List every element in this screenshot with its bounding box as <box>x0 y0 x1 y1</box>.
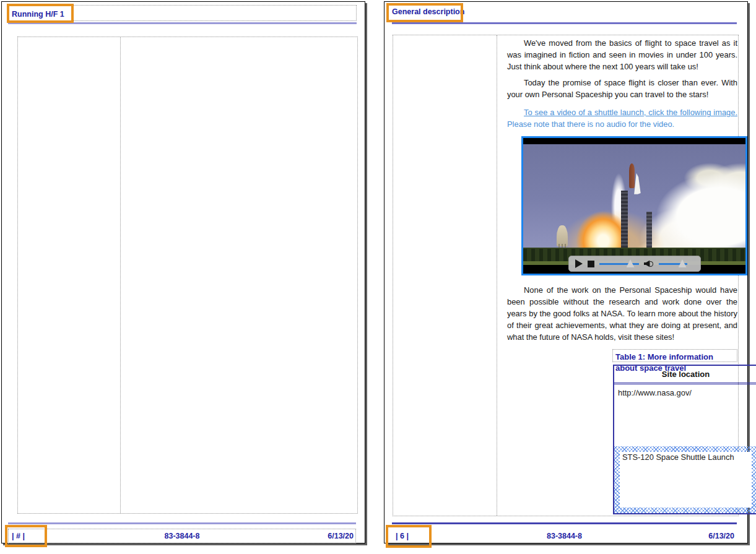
paragraph: Today the promise of space flight is clo… <box>507 77 737 100</box>
body-column: We've moved from the basics of flight to… <box>498 35 739 516</box>
launch-tower <box>621 191 628 248</box>
stop-icon[interactable] <box>588 261 594 267</box>
header-rule <box>392 22 737 24</box>
video-hyperlink-text[interactable]: To see a video of a shuttle launch, clic… <box>507 106 737 130</box>
info-table: Site location QR Code (Scan/go) http://w… <box>613 365 756 514</box>
header-highlight-box <box>386 3 463 22</box>
footer-date: 6/13/20 <box>708 532 734 540</box>
hyperlink-line1[interactable]: To see a video of a shuttle launch, clic… <box>524 108 737 117</box>
speaker-wave <box>650 261 653 267</box>
table-row-selected: STS-120 Space Shuttle Launch <box>614 446 756 513</box>
footer-row: | 6 | 83-3844-8 6/13/20 <box>392 529 737 543</box>
site-location-cell: STS-120 Space Shuttle Launch <box>620 452 752 508</box>
paragraph: We've moved from the basics of flight to… <box>507 37 737 72</box>
selection-hatch: STS-120 Space Shuttle Launch <box>614 446 756 513</box>
footer-row: | # | 83-3844-8 6/13/20 <box>8 529 356 543</box>
footer-date: 6/13/20 <box>328 532 354 540</box>
speaker-cone <box>644 261 650 267</box>
paragraph: None of the work on the Personal Spacesh… <box>507 284 737 343</box>
sidehead-column-divider <box>497 35 497 516</box>
master-text-frame[interactable] <box>17 37 358 514</box>
site-location-cell: http://www.nasa.gov/ <box>614 384 756 401</box>
launch-tower <box>646 212 652 248</box>
body-text-frame[interactable]: We've moved from the basics of flight to… <box>393 35 739 516</box>
hyperlink-line2: Please note that there is no audio for t… <box>507 119 674 129</box>
body-page: General description We've moved from the… <box>384 1 748 543</box>
table-row: http://www.nasa.gov/ <box>614 384 756 446</box>
volume-slider[interactable] <box>659 260 687 267</box>
play-icon[interactable] <box>575 259 583 268</box>
footer-highlight-box <box>386 525 432 548</box>
footer-rule <box>8 522 356 524</box>
seek-slider[interactable] <box>599 260 639 267</box>
master-page: Running H/F 1 | # | 83-3844-8 6/13/20 <box>1 1 365 543</box>
shuttle-launch-photo <box>523 144 745 265</box>
footer-highlight-box <box>5 525 47 547</box>
document-number: 83-3844-8 <box>8 532 356 540</box>
water-tower <box>557 225 568 246</box>
video-control-bar[interactable] <box>568 256 701 272</box>
shuttle-external-tank <box>629 163 635 188</box>
footer-rule <box>392 522 737 524</box>
speaker-icon[interactable] <box>644 260 654 268</box>
document-number: 83-3844-8 <box>392 532 737 540</box>
table-caption-frame: Table 1: More information about space tr… <box>612 349 737 362</box>
shuttle-launch-video[interactable] <box>521 136 747 275</box>
column-header-site-location: Site location <box>614 366 756 384</box>
table-header-row: Site location QR Code (Scan/go) <box>614 366 756 384</box>
sidehead-column-divider <box>120 37 121 513</box>
header-highlight-box <box>7 4 74 23</box>
